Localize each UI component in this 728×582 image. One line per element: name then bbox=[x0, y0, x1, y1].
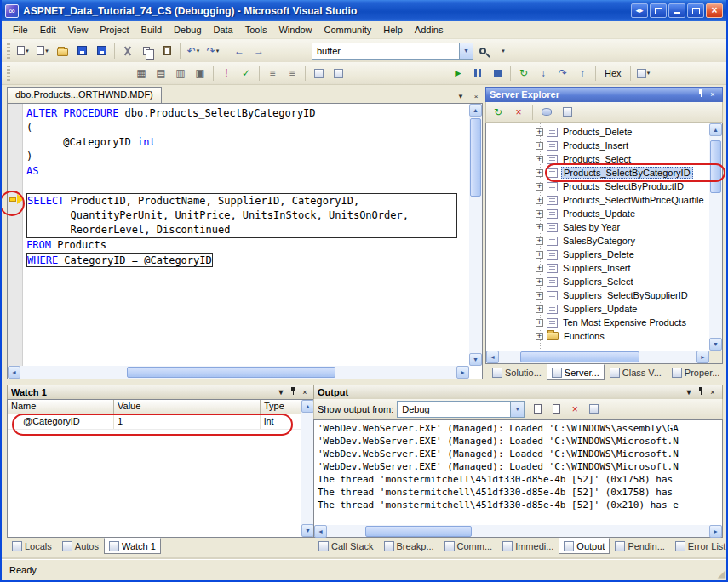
document-list-button[interactable]: ▼ bbox=[454, 90, 467, 103]
clear-all-button[interactable]: × bbox=[565, 400, 584, 419]
output-header[interactable]: Output ▼ × bbox=[313, 385, 723, 400]
tree-item-products-delete[interactable]: +Products_Delete bbox=[486, 125, 709, 139]
verify-sql-button[interactable]: ✓ bbox=[237, 64, 255, 83]
dock-toggle-button[interactable]: ◂▸ bbox=[631, 3, 648, 18]
panel-tab-server[interactable]: Server... bbox=[547, 364, 605, 380]
output-tab-call-stack[interactable]: Call Stack bbox=[313, 538, 379, 554]
restart-button[interactable]: ↻ bbox=[514, 64, 533, 83]
watch-tab-autos[interactable]: Autos bbox=[57, 538, 104, 554]
menu-item-edit[interactable]: Edit bbox=[34, 23, 62, 37]
window-extra-button[interactable] bbox=[650, 3, 667, 18]
menu-item-tools[interactable]: Tools bbox=[239, 23, 273, 37]
auto-hide-button[interactable] bbox=[695, 88, 707, 100]
watch-column-name[interactable]: Name bbox=[8, 400, 114, 414]
scroll-down-button[interactable]: ▼ bbox=[301, 524, 314, 537]
expand-icon[interactable]: + bbox=[536, 169, 543, 177]
scroll-down-button[interactable]: ▼ bbox=[469, 353, 482, 366]
watch-header[interactable]: Watch 1 ▼ × bbox=[7, 385, 315, 400]
scroll-left-button[interactable]: ◄ bbox=[8, 366, 20, 379]
scrollbar-thumb[interactable] bbox=[520, 351, 639, 362]
toolbar-grip[interactable] bbox=[7, 66, 10, 81]
cut-button[interactable] bbox=[118, 42, 137, 60]
server-explorer-tree[interactable]: +Products_Delete+Products_Insert+Product… bbox=[486, 123, 709, 351]
close-button[interactable]: × bbox=[706, 3, 723, 18]
close-panel-button[interactable]: × bbox=[707, 88, 719, 100]
tree-horizontal-scrollbar[interactable]: ◄ ► bbox=[486, 351, 709, 363]
scroll-left-button[interactable]: ◄ bbox=[486, 351, 499, 363]
editor-vertical-scrollbar[interactable]: ▲ ▼ bbox=[469, 104, 482, 366]
redo-button[interactable]: ↷▾ bbox=[203, 42, 222, 60]
panel-tab-solutio[interactable]: Solutio... bbox=[487, 364, 547, 380]
output-source-combo[interactable]: Debug ▼ bbox=[397, 401, 525, 418]
watch-tab-locals[interactable]: Locals bbox=[7, 538, 57, 554]
menu-item-window[interactable]: Window bbox=[272, 23, 318, 37]
save-all-button[interactable] bbox=[92, 42, 111, 60]
step-out-button[interactable]: ↑ bbox=[573, 64, 592, 83]
watch-row[interactable]: @CategoryID1int bbox=[8, 414, 301, 430]
expand-icon[interactable]: + bbox=[536, 265, 543, 272]
tree-item-suppliers-update[interactable]: +Suppliers_Update bbox=[486, 302, 709, 316]
tree-item-products-select[interactable]: +Products_Select bbox=[486, 152, 709, 166]
watch-column-type[interactable]: Type bbox=[261, 400, 301, 414]
connect-to-database-button[interactable] bbox=[537, 103, 556, 122]
server-explorer-header[interactable]: Server Explorer × bbox=[485, 87, 723, 102]
find-combo[interactable]: buffer ▼ bbox=[312, 43, 473, 60]
open-file-button[interactable] bbox=[53, 42, 72, 60]
tree-item-ten-most-expensive-products[interactable]: +Ten Most Expensive Products bbox=[486, 316, 709, 329]
refresh-button[interactable]: ↻ bbox=[489, 103, 507, 122]
close-panel-button[interactable]: × bbox=[707, 386, 719, 398]
expand-icon[interactable]: + bbox=[536, 251, 543, 259]
tree-item-suppliers-delete[interactable]: +Suppliers_Delete bbox=[486, 248, 709, 261]
tree-item-products-selectwithpricequartile[interactable]: +Products_SelectWithPriceQuartile bbox=[486, 193, 709, 207]
document-tab[interactable]: dbo.Products...ORTHWND.MDF) bbox=[7, 87, 162, 103]
continue-button[interactable]: ► bbox=[449, 64, 467, 83]
output-tab-immedi[interactable]: Immedi... bbox=[497, 538, 559, 554]
tree-item-products-update[interactable]: +Products_Update bbox=[486, 207, 709, 220]
scroll-up-button[interactable]: ▲ bbox=[301, 400, 314, 413]
tree-item-products-insert[interactable]: +Products_Insert bbox=[486, 139, 709, 152]
toolbar-options-button[interactable]: ▾ bbox=[494, 42, 513, 60]
panel-tab-proper[interactable]: Proper... bbox=[667, 364, 725, 380]
increase-indent-button[interactable]: ≡ bbox=[283, 64, 301, 83]
menu-item-project[interactable]: Project bbox=[94, 23, 135, 37]
step-into-button[interactable]: ↓ bbox=[534, 64, 553, 83]
watch-grid[interactable]: NameValueType @CategoryID1int ▲ ▼ bbox=[7, 399, 315, 538]
resize-grip[interactable]: ◢ bbox=[718, 568, 725, 579]
indicator-margin[interactable] bbox=[8, 104, 23, 366]
menu-item-debug[interactable]: Debug bbox=[168, 23, 207, 37]
output-tab-breakp[interactable]: Breakp... bbox=[379, 538, 439, 554]
expand-icon[interactable]: + bbox=[536, 156, 543, 163]
expand-icon[interactable]: + bbox=[536, 183, 543, 191]
maximize-button[interactable] bbox=[687, 3, 704, 18]
tree-item-products-selectbyproductid[interactable]: +Products_SelectByProductID bbox=[486, 180, 709, 193]
tree-item-suppliers-insert[interactable]: +Suppliers_Insert bbox=[486, 261, 709, 275]
goto-message-button[interactable] bbox=[528, 400, 547, 419]
output-tab-pendin[interactable]: Pendin... bbox=[610, 538, 669, 554]
show-results-pane-button[interactable]: ▣ bbox=[191, 64, 209, 83]
toggle-word-wrap-button[interactable] bbox=[584, 400, 603, 419]
editor-horizontal-scrollbar[interactable]: ◄ ► bbox=[8, 366, 469, 379]
expand-icon[interactable]: + bbox=[536, 278, 543, 286]
menu-item-file[interactable]: File bbox=[7, 23, 34, 37]
expand-icon[interactable]: + bbox=[536, 210, 543, 218]
menu-item-build[interactable]: Build bbox=[135, 23, 168, 37]
expand-icon[interactable]: + bbox=[536, 224, 543, 231]
show-criteria-pane-button[interactable]: ▤ bbox=[152, 64, 170, 83]
code-editor[interactable]: ALTER PROCEDURE dbo.Products_SelectByCat… bbox=[7, 103, 483, 379]
scroll-right-button[interactable]: ► bbox=[456, 366, 469, 379]
auto-hide-button[interactable] bbox=[287, 386, 299, 398]
minimize-button[interactable] bbox=[668, 3, 685, 18]
find-button[interactable] bbox=[474, 42, 493, 60]
scroll-left-button[interactable]: ◄ bbox=[314, 525, 327, 538]
window-menu-button[interactable]: ▼ bbox=[275, 386, 287, 398]
toolbar-grip[interactable] bbox=[7, 43, 10, 59]
add-item-button[interactable]: ▾ bbox=[33, 42, 52, 60]
expand-icon[interactable]: + bbox=[536, 197, 543, 204]
decrease-indent-button[interactable]: ≡ bbox=[263, 64, 282, 83]
menu-item-data[interactable]: Data bbox=[208, 23, 239, 37]
scroll-right-button[interactable]: ► bbox=[696, 351, 709, 363]
auto-hide-button[interactable] bbox=[695, 386, 707, 398]
execute-query-button[interactable]: ! bbox=[217, 64, 236, 83]
expand-icon[interactable]: + bbox=[536, 319, 543, 327]
expand-icon[interactable]: + bbox=[536, 237, 543, 245]
